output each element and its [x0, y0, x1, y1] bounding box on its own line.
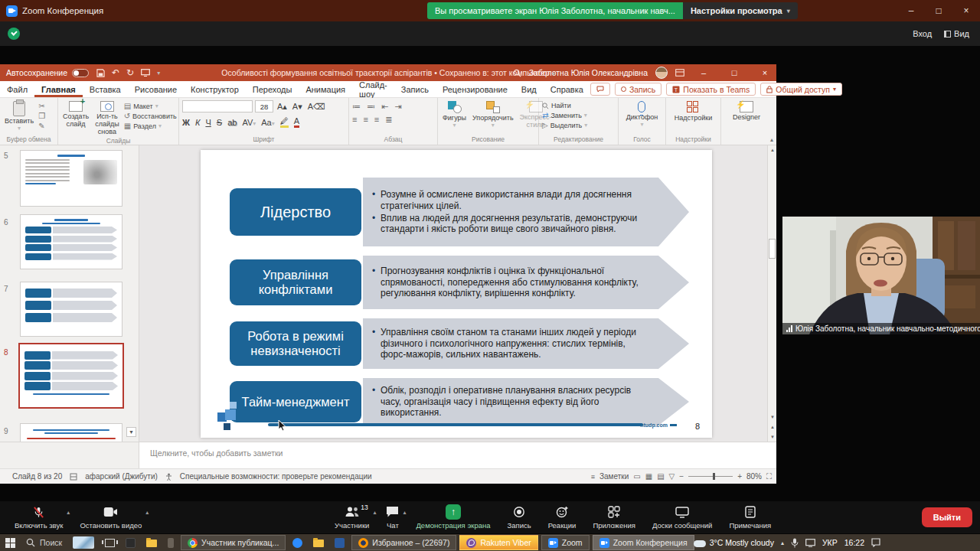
share-button[interactable]: Общий доступ▾ [760, 83, 842, 96]
share-screen-button[interactable]: ↑ Демонстрация экрана [407, 501, 498, 533]
justify-icon[interactable]: ≣ [385, 115, 392, 125]
zoom-level[interactable]: 80% [746, 472, 762, 481]
next-slide-icon[interactable]: ▼ [768, 432, 777, 442]
notifications-icon[interactable] [871, 538, 880, 547]
clear-format-icon[interactable]: A⌫ [306, 102, 327, 112]
tab-design[interactable]: Конструктор [184, 81, 246, 97]
tab-slideshow[interactable]: Слайд-шоу [352, 81, 394, 97]
shapes-button[interactable]: Фигуры▾ [441, 100, 468, 130]
pinned-app-dark[interactable] [120, 534, 141, 551]
task-view-button[interactable] [100, 534, 120, 551]
bullets-icon[interactable]: ≔ [352, 102, 361, 112]
slide-thumbnail-9[interactable] [20, 423, 122, 442]
reactions-button[interactable]: Реакции [540, 501, 585, 533]
taskbar-search[interactable]: Поиск [21, 534, 67, 551]
zoom-in-icon[interactable]: + [737, 472, 742, 481]
participants-chevron[interactable]: ▴ [373, 509, 376, 516]
bold-button[interactable]: Ж [182, 118, 190, 127]
whiteboards-button[interactable]: Доски сообщений [644, 501, 720, 533]
file-explorer-button[interactable] [141, 534, 162, 551]
tab-animations[interactable]: Анимация [299, 81, 352, 97]
previous-slide-icon[interactable]: ▲ [768, 422, 777, 432]
slide-thumbnail-5[interactable] [20, 150, 122, 207]
tab-help[interactable]: Справка [544, 81, 590, 97]
undo-icon[interactable]: ↶ [112, 67, 119, 78]
italic-button[interactable]: К [195, 118, 200, 127]
accessibility-status[interactable]: Специальные возможности: проверьте реком… [180, 472, 372, 481]
avatar[interactable] [655, 67, 668, 79]
tab-view[interactable]: Вид [514, 81, 544, 97]
ppt-minimize-button[interactable]: – [692, 64, 715, 81]
reading-view-icon[interactable]: ▤ [657, 472, 664, 481]
start-button[interactable] [0, 534, 21, 551]
tab-home[interactable]: Главная [34, 81, 83, 97]
font-size-box[interactable]: 28 [255, 100, 273, 112]
cut-icon[interactable]: ✂ [38, 102, 45, 110]
viber-task-button[interactable]: Rakuten Viber [459, 535, 537, 550]
widgets-weather-thumbnail[interactable] [67, 534, 100, 551]
tab-transitions[interactable]: Переходы [246, 81, 299, 97]
decrease-font-icon[interactable]: A▾ [291, 102, 304, 112]
participants-button[interactable]: 13 Участники [326, 501, 377, 533]
notes-toggle[interactable]: Заметки [599, 472, 629, 481]
format-painter-icon[interactable]: ✎ [38, 122, 45, 130]
slide-8[interactable]: Лідерство Розумне й осмислене використан… [201, 150, 712, 438]
autosave-toggle[interactable] [72, 69, 89, 77]
underline-button[interactable]: Ч [205, 118, 211, 127]
leave-meeting-button[interactable]: Выйти [922, 507, 972, 527]
scroll-up-icon[interactable]: ▲ [768, 145, 777, 155]
firefox-task-button[interactable]: Избранное – (22697) [351, 535, 456, 550]
new-slide-button[interactable]: Создать слайд [61, 100, 90, 129]
layout-button[interactable]: ▤Макет▾ [124, 102, 177, 110]
zoom-slider[interactable] [688, 476, 733, 477]
redo-icon[interactable]: ↻ [126, 67, 134, 78]
slide-scrollbar[interactable]: ▲ ▼ ▲ ▼ [767, 145, 776, 442]
char-spacing-button[interactable]: AV▾ [242, 118, 256, 127]
panel-scroll-down-button[interactable]: ▼ [126, 427, 136, 437]
language-status[interactable]: афарский (Джибути) [85, 472, 158, 481]
chat-button[interactable]: Чат [377, 501, 407, 533]
normal-view-icon[interactable]: ▭ [633, 472, 640, 481]
ppt-restore-button[interactable]: □ [723, 64, 746, 81]
chrome-task-button[interactable]: Участник публикац... [181, 535, 286, 550]
ribbon-options-icon[interactable] [675, 69, 684, 77]
slide-thumbnail-8-selected[interactable] [18, 343, 124, 409]
slide-sorter-icon[interactable]: ▦ [645, 472, 652, 481]
slide-thumbnail-7[interactable] [20, 282, 122, 337]
numbering-icon[interactable]: ≕ [367, 102, 375, 112]
pinned-app-gray[interactable] [162, 534, 179, 551]
arrange-button[interactable]: Упорядочить▾ [471, 100, 515, 130]
highlight-color-button[interactable]: 🖉 [280, 116, 289, 128]
align-center-icon[interactable]: ≡ [363, 115, 368, 125]
video-options-chevron[interactable]: ▴ [145, 509, 149, 516]
tab-review[interactable]: Рецензирование [436, 81, 514, 97]
find-button[interactable]: Найти [542, 102, 615, 109]
tray-display-icon[interactable] [805, 539, 815, 547]
font-name-box[interactable] [182, 100, 253, 112]
chat-chevron[interactable]: ▴ [403, 509, 406, 516]
save-icon[interactable] [96, 69, 105, 77]
security-shield-icon[interactable] [8, 28, 20, 40]
tray-expand-chevron[interactable]: ▴ [781, 540, 784, 546]
stop-video-button[interactable]: Остановить видео [71, 501, 150, 533]
pinned-app-blue[interactable] [329, 534, 350, 551]
present-icon[interactable] [141, 69, 150, 77]
zoom-task-button[interactable]: Zoom [541, 535, 590, 550]
tab-insert[interactable]: Вставка [83, 81, 128, 97]
pinned-zoom-circle[interactable] [287, 534, 308, 551]
view-options-button[interactable]: Настройки просмотра▾ [683, 2, 798, 19]
indent-decrease-icon[interactable]: ⇤ [381, 102, 388, 112]
record-button[interactable]: Запись [615, 83, 662, 96]
notes-placeholder[interactable]: Щелкните, чтобы добавить заметки [139, 442, 283, 468]
participant-video-tile[interactable]: Юлія Заболотна, начальник навчально-мето… [782, 217, 980, 334]
tray-mic-icon[interactable] [791, 538, 799, 548]
fit-to-window-icon[interactable]: ⛶ [766, 472, 772, 481]
mic-options-chevron[interactable]: ▴ [67, 509, 70, 516]
zoom-conference-task-button[interactable]: Zoom Конференция [593, 535, 694, 550]
apps-button[interactable]: Приложения [584, 501, 644, 533]
strikethrough-button[interactable]: S [217, 118, 222, 127]
copy-icon[interactable]: ❐ [38, 112, 45, 120]
notes-button[interactable]: Примечания [720, 501, 779, 533]
align-left-icon[interactable]: ≡ [352, 115, 357, 125]
record-meeting-button[interactable]: Запись [499, 501, 540, 533]
